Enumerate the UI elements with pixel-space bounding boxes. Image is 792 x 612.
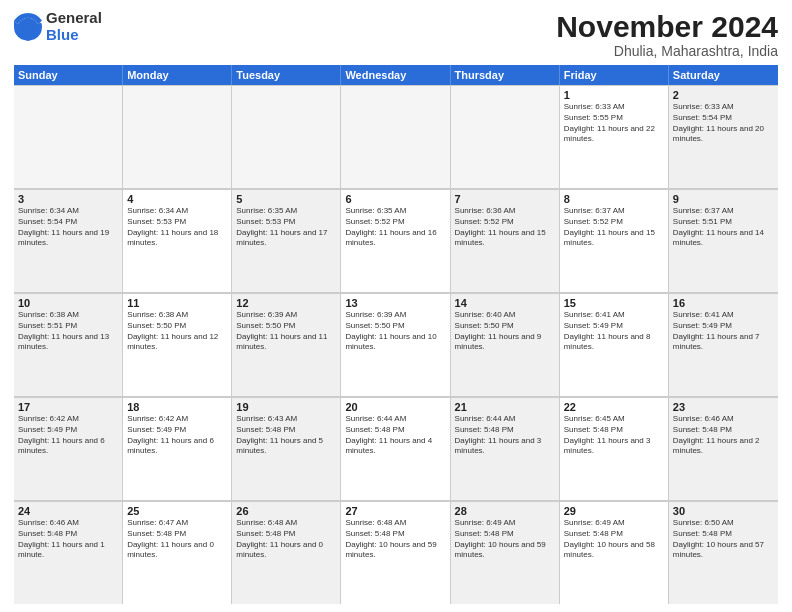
day-info: Sunrise: 6:35 AM Sunset: 5:52 PM Dayligh… — [345, 206, 445, 249]
logo-blue-text: Blue — [46, 27, 102, 44]
day-number: 8 — [564, 193, 664, 205]
day-header-friday: Friday — [560, 65, 669, 85]
day-info: Sunrise: 6:34 AM Sunset: 5:54 PM Dayligh… — [18, 206, 118, 249]
calendar-cell: 8Sunrise: 6:37 AM Sunset: 5:52 PM Daylig… — [560, 190, 669, 292]
day-info: Sunrise: 6:49 AM Sunset: 5:48 PM Dayligh… — [455, 518, 555, 561]
calendar-cell: 4Sunrise: 6:34 AM Sunset: 5:53 PM Daylig… — [123, 190, 232, 292]
calendar-cell: 29Sunrise: 6:49 AM Sunset: 5:48 PM Dayli… — [560, 502, 669, 604]
calendar-cell: 1Sunrise: 6:33 AM Sunset: 5:55 PM Daylig… — [560, 86, 669, 188]
calendar-cell: 17Sunrise: 6:42 AM Sunset: 5:49 PM Dayli… — [14, 398, 123, 500]
day-info: Sunrise: 6:36 AM Sunset: 5:52 PM Dayligh… — [455, 206, 555, 249]
calendar-row-4: 17Sunrise: 6:42 AM Sunset: 5:49 PM Dayli… — [14, 397, 778, 501]
day-info: Sunrise: 6:50 AM Sunset: 5:48 PM Dayligh… — [673, 518, 774, 561]
day-info: Sunrise: 6:46 AM Sunset: 5:48 PM Dayligh… — [673, 414, 774, 457]
calendar-cell: 10Sunrise: 6:38 AM Sunset: 5:51 PM Dayli… — [14, 294, 123, 396]
page-header: General Blue November 2024 Dhulia, Mahar… — [14, 10, 778, 59]
page-container: General Blue November 2024 Dhulia, Mahar… — [0, 0, 792, 612]
calendar-row-5: 24Sunrise: 6:46 AM Sunset: 5:48 PM Dayli… — [14, 501, 778, 604]
day-info: Sunrise: 6:49 AM Sunset: 5:48 PM Dayligh… — [564, 518, 664, 561]
day-header-saturday: Saturday — [669, 65, 778, 85]
calendar-cell: 21Sunrise: 6:44 AM Sunset: 5:48 PM Dayli… — [451, 398, 560, 500]
day-number: 1 — [564, 89, 664, 101]
day-info: Sunrise: 6:33 AM Sunset: 5:54 PM Dayligh… — [673, 102, 774, 145]
calendar-cell: 28Sunrise: 6:49 AM Sunset: 5:48 PM Dayli… — [451, 502, 560, 604]
day-number: 10 — [18, 297, 118, 309]
logo-general-text: General — [46, 10, 102, 27]
day-number: 13 — [345, 297, 445, 309]
calendar-cell: 23Sunrise: 6:46 AM Sunset: 5:48 PM Dayli… — [669, 398, 778, 500]
day-number: 24 — [18, 505, 118, 517]
day-number: 20 — [345, 401, 445, 413]
calendar-cell: 19Sunrise: 6:43 AM Sunset: 5:48 PM Dayli… — [232, 398, 341, 500]
day-number: 12 — [236, 297, 336, 309]
day-number: 6 — [345, 193, 445, 205]
calendar-cell: 30Sunrise: 6:50 AM Sunset: 5:48 PM Dayli… — [669, 502, 778, 604]
calendar-row-3: 10Sunrise: 6:38 AM Sunset: 5:51 PM Dayli… — [14, 293, 778, 397]
calendar-header: SundayMondayTuesdayWednesdayThursdayFrid… — [14, 65, 778, 85]
calendar-cell: 11Sunrise: 6:38 AM Sunset: 5:50 PM Dayli… — [123, 294, 232, 396]
calendar-cell — [341, 86, 450, 188]
day-number: 16 — [673, 297, 774, 309]
calendar-cell — [232, 86, 341, 188]
day-info: Sunrise: 6:44 AM Sunset: 5:48 PM Dayligh… — [345, 414, 445, 457]
calendar-cell: 18Sunrise: 6:42 AM Sunset: 5:49 PM Dayli… — [123, 398, 232, 500]
day-info: Sunrise: 6:43 AM Sunset: 5:48 PM Dayligh… — [236, 414, 336, 457]
day-info: Sunrise: 6:41 AM Sunset: 5:49 PM Dayligh… — [564, 310, 664, 353]
day-number: 11 — [127, 297, 227, 309]
calendar-cell: 22Sunrise: 6:45 AM Sunset: 5:48 PM Dayli… — [560, 398, 669, 500]
day-header-monday: Monday — [123, 65, 232, 85]
day-info: Sunrise: 6:33 AM Sunset: 5:55 PM Dayligh… — [564, 102, 664, 145]
day-header-wednesday: Wednesday — [341, 65, 450, 85]
calendar-cell — [14, 86, 123, 188]
day-number: 18 — [127, 401, 227, 413]
day-number: 28 — [455, 505, 555, 517]
day-number: 4 — [127, 193, 227, 205]
month-title: November 2024 — [556, 10, 778, 43]
calendar-cell: 12Sunrise: 6:39 AM Sunset: 5:50 PM Dayli… — [232, 294, 341, 396]
day-info: Sunrise: 6:41 AM Sunset: 5:49 PM Dayligh… — [673, 310, 774, 353]
day-number: 23 — [673, 401, 774, 413]
logo: General Blue — [14, 10, 102, 43]
day-info: Sunrise: 6:46 AM Sunset: 5:48 PM Dayligh… — [18, 518, 118, 561]
day-number: 15 — [564, 297, 664, 309]
calendar-cell — [123, 86, 232, 188]
day-header-thursday: Thursday — [451, 65, 560, 85]
day-info: Sunrise: 6:39 AM Sunset: 5:50 PM Dayligh… — [345, 310, 445, 353]
day-number: 7 — [455, 193, 555, 205]
day-info: Sunrise: 6:48 AM Sunset: 5:48 PM Dayligh… — [236, 518, 336, 561]
day-number: 30 — [673, 505, 774, 517]
calendar-body: 1Sunrise: 6:33 AM Sunset: 5:55 PM Daylig… — [14, 85, 778, 604]
calendar-cell: 2Sunrise: 6:33 AM Sunset: 5:54 PM Daylig… — [669, 86, 778, 188]
calendar-cell: 13Sunrise: 6:39 AM Sunset: 5:50 PM Dayli… — [341, 294, 450, 396]
day-info: Sunrise: 6:38 AM Sunset: 5:51 PM Dayligh… — [18, 310, 118, 353]
calendar-cell: 3Sunrise: 6:34 AM Sunset: 5:54 PM Daylig… — [14, 190, 123, 292]
logo-text: General Blue — [46, 10, 102, 43]
calendar-cell: 25Sunrise: 6:47 AM Sunset: 5:48 PM Dayli… — [123, 502, 232, 604]
calendar-cell: 16Sunrise: 6:41 AM Sunset: 5:49 PM Dayli… — [669, 294, 778, 396]
day-info: Sunrise: 6:40 AM Sunset: 5:50 PM Dayligh… — [455, 310, 555, 353]
day-number: 25 — [127, 505, 227, 517]
location: Dhulia, Maharashtra, India — [556, 43, 778, 59]
day-info: Sunrise: 6:38 AM Sunset: 5:50 PM Dayligh… — [127, 310, 227, 353]
calendar-cell: 26Sunrise: 6:48 AM Sunset: 5:48 PM Dayli… — [232, 502, 341, 604]
day-number: 22 — [564, 401, 664, 413]
day-info: Sunrise: 6:37 AM Sunset: 5:52 PM Dayligh… — [564, 206, 664, 249]
day-info: Sunrise: 6:45 AM Sunset: 5:48 PM Dayligh… — [564, 414, 664, 457]
calendar-cell: 14Sunrise: 6:40 AM Sunset: 5:50 PM Dayli… — [451, 294, 560, 396]
day-info: Sunrise: 6:39 AM Sunset: 5:50 PM Dayligh… — [236, 310, 336, 353]
day-header-tuesday: Tuesday — [232, 65, 341, 85]
day-info: Sunrise: 6:34 AM Sunset: 5:53 PM Dayligh… — [127, 206, 227, 249]
calendar-cell: 27Sunrise: 6:48 AM Sunset: 5:48 PM Dayli… — [341, 502, 450, 604]
calendar-cell: 15Sunrise: 6:41 AM Sunset: 5:49 PM Dayli… — [560, 294, 669, 396]
day-header-sunday: Sunday — [14, 65, 123, 85]
day-info: Sunrise: 6:37 AM Sunset: 5:51 PM Dayligh… — [673, 206, 774, 249]
calendar-cell: 6Sunrise: 6:35 AM Sunset: 5:52 PM Daylig… — [341, 190, 450, 292]
day-info: Sunrise: 6:42 AM Sunset: 5:49 PM Dayligh… — [127, 414, 227, 457]
day-number: 17 — [18, 401, 118, 413]
day-number: 29 — [564, 505, 664, 517]
day-info: Sunrise: 6:44 AM Sunset: 5:48 PM Dayligh… — [455, 414, 555, 457]
day-number: 3 — [18, 193, 118, 205]
day-number: 5 — [236, 193, 336, 205]
calendar-row-1: 1Sunrise: 6:33 AM Sunset: 5:55 PM Daylig… — [14, 85, 778, 189]
calendar-cell: 20Sunrise: 6:44 AM Sunset: 5:48 PM Dayli… — [341, 398, 450, 500]
